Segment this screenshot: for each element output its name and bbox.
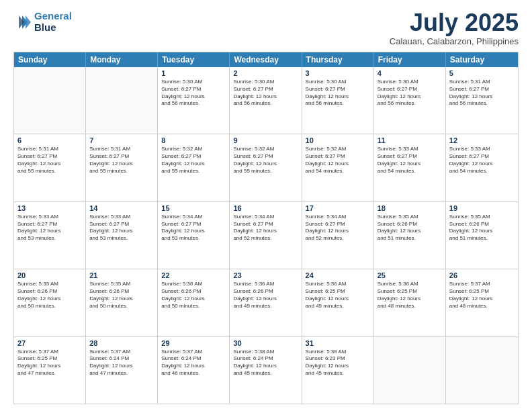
day-number-18: 18 [378, 204, 442, 212]
week-row-3: 13Sunrise: 5:33 AM Sunset: 6:27 PM Dayli… [14, 201, 518, 269]
header: General Blue July 2025 Calauan, Calabarz… [13, 11, 519, 46]
day-number-22: 22 [161, 271, 226, 279]
day-info-29: Sunrise: 5:37 AM Sunset: 6:24 PM Dayligh… [161, 349, 226, 377]
day-number-19: 19 [449, 204, 515, 212]
empty-cell-w0-d0 [14, 67, 86, 134]
day-info-2: Sunrise: 5:30 AM Sunset: 6:27 PM Dayligh… [233, 79, 298, 107]
day-info-25: Sunrise: 5:36 AM Sunset: 6:25 PM Dayligh… [378, 281, 442, 310]
day-13: 13Sunrise: 5:33 AM Sunset: 6:27 PM Dayli… [14, 202, 86, 269]
day-7: 7Sunrise: 5:31 AM Sunset: 6:27 PM Daylig… [86, 134, 158, 201]
week-row-2: 6Sunrise: 5:31 AM Sunset: 6:27 PM Daylig… [14, 134, 518, 201]
day-11: 11Sunrise: 5:33 AM Sunset: 6:27 PM Dayli… [374, 134, 446, 201]
day-15: 15Sunrise: 5:34 AM Sunset: 6:27 PM Dayli… [158, 202, 230, 269]
day-number-15: 15 [161, 204, 226, 212]
day-number-2: 2 [233, 69, 298, 77]
day-info-22: Sunrise: 5:36 AM Sunset: 6:26 PM Dayligh… [161, 281, 226, 310]
day-22: 22Sunrise: 5:36 AM Sunset: 6:26 PM Dayli… [158, 269, 230, 336]
day-17: 17Sunrise: 5:34 AM Sunset: 6:27 PM Dayli… [302, 202, 374, 269]
week-row-1: 1Sunrise: 5:30 AM Sunset: 6:27 PM Daylig… [14, 67, 518, 134]
day-number-1: 1 [161, 69, 226, 77]
day-number-28: 28 [89, 339, 154, 347]
day-number-23: 23 [233, 271, 298, 279]
day-3: 3Sunrise: 5:30 AM Sunset: 6:27 PM Daylig… [302, 67, 374, 134]
month-title: July 2025 [390, 11, 519, 35]
day-info-7: Sunrise: 5:31 AM Sunset: 6:27 PM Dayligh… [89, 146, 154, 175]
day-14: 14Sunrise: 5:33 AM Sunset: 6:27 PM Dayli… [86, 202, 158, 269]
logo-text: General Blue [34, 11, 72, 33]
day-info-18: Sunrise: 5:35 AM Sunset: 6:26 PM Dayligh… [378, 214, 442, 242]
day-info-14: Sunrise: 5:33 AM Sunset: 6:27 PM Dayligh… [89, 214, 154, 242]
day-9: 9Sunrise: 5:32 AM Sunset: 6:27 PM Daylig… [230, 134, 302, 201]
day-number-13: 13 [17, 204, 82, 212]
calendar-body: 1Sunrise: 5:30 AM Sunset: 6:27 PM Daylig… [14, 67, 518, 404]
day-info-20: Sunrise: 5:35 AM Sunset: 6:26 PM Dayligh… [17, 281, 82, 310]
dow-saturday: Saturday [446, 52, 518, 67]
day-1: 1Sunrise: 5:30 AM Sunset: 6:27 PM Daylig… [158, 67, 230, 134]
day-info-28: Sunrise: 5:37 AM Sunset: 6:24 PM Dayligh… [89, 349, 154, 377]
day-number-20: 20 [17, 271, 82, 279]
day-info-30: Sunrise: 5:38 AM Sunset: 6:24 PM Dayligh… [233, 349, 298, 377]
day-number-16: 16 [233, 204, 298, 212]
day-21: 21Sunrise: 5:35 AM Sunset: 6:26 PM Dayli… [86, 269, 158, 336]
day-number-24: 24 [306, 271, 370, 279]
day-info-3: Sunrise: 5:30 AM Sunset: 6:27 PM Dayligh… [306, 79, 370, 107]
dow-friday: Friday [374, 52, 446, 67]
day-28: 28Sunrise: 5:37 AM Sunset: 6:24 PM Dayli… [86, 337, 158, 404]
day-25: 25Sunrise: 5:36 AM Sunset: 6:25 PM Dayli… [374, 269, 446, 336]
day-info-21: Sunrise: 5:35 AM Sunset: 6:26 PM Dayligh… [89, 281, 154, 310]
day-number-5: 5 [449, 69, 515, 77]
day-number-8: 8 [161, 136, 226, 144]
day-16: 16Sunrise: 5:34 AM Sunset: 6:27 PM Dayli… [230, 202, 302, 269]
day-number-31: 31 [306, 339, 370, 347]
day-number-26: 26 [449, 271, 515, 279]
day-27: 27Sunrise: 5:37 AM Sunset: 6:25 PM Dayli… [14, 337, 86, 404]
day-2: 2Sunrise: 5:30 AM Sunset: 6:27 PM Daylig… [230, 67, 302, 134]
empty-cell-w4-d5 [374, 337, 446, 404]
page: General Blue July 2025 Calauan, Calabarz… [0, 0, 532, 411]
day-info-26: Sunrise: 5:37 AM Sunset: 6:25 PM Dayligh… [449, 281, 515, 310]
empty-cell-w4-d6 [446, 337, 518, 404]
day-info-12: Sunrise: 5:33 AM Sunset: 6:27 PM Dayligh… [449, 146, 515, 175]
day-31: 31Sunrise: 5:38 AM Sunset: 6:23 PM Dayli… [302, 337, 374, 404]
day-number-6: 6 [17, 136, 82, 144]
dow-tuesday: Tuesday [158, 52, 230, 67]
week-row-5: 27Sunrise: 5:37 AM Sunset: 6:25 PM Dayli… [14, 336, 518, 404]
location-subtitle: Calauan, Calabarzon, Philippines [390, 36, 519, 46]
day-info-9: Sunrise: 5:32 AM Sunset: 6:27 PM Dayligh… [233, 146, 298, 175]
day-number-4: 4 [378, 69, 442, 77]
day-info-19: Sunrise: 5:35 AM Sunset: 6:26 PM Dayligh… [449, 214, 515, 242]
day-number-17: 17 [306, 204, 370, 212]
day-number-10: 10 [306, 136, 370, 144]
day-info-8: Sunrise: 5:32 AM Sunset: 6:27 PM Dayligh… [161, 146, 226, 175]
day-5: 5Sunrise: 5:31 AM Sunset: 6:27 PM Daylig… [446, 67, 518, 134]
day-number-12: 12 [449, 136, 515, 144]
day-number-11: 11 [378, 136, 442, 144]
day-info-15: Sunrise: 5:34 AM Sunset: 6:27 PM Dayligh… [161, 214, 226, 242]
day-18: 18Sunrise: 5:35 AM Sunset: 6:26 PM Dayli… [374, 202, 446, 269]
day-info-10: Sunrise: 5:32 AM Sunset: 6:27 PM Dayligh… [306, 146, 370, 175]
day-number-30: 30 [233, 339, 298, 347]
day-23: 23Sunrise: 5:36 AM Sunset: 6:26 PM Dayli… [230, 269, 302, 336]
day-number-25: 25 [378, 271, 442, 279]
day-info-6: Sunrise: 5:31 AM Sunset: 6:27 PM Dayligh… [17, 146, 82, 175]
day-number-29: 29 [161, 339, 226, 347]
dow-sunday: Sunday [14, 52, 86, 67]
day-info-4: Sunrise: 5:30 AM Sunset: 6:27 PM Dayligh… [378, 79, 442, 107]
logo-icon [13, 13, 32, 32]
day-26: 26Sunrise: 5:37 AM Sunset: 6:25 PM Dayli… [446, 269, 518, 336]
logo: General Blue [13, 11, 72, 33]
day-20: 20Sunrise: 5:35 AM Sunset: 6:26 PM Dayli… [14, 269, 86, 336]
day-29: 29Sunrise: 5:37 AM Sunset: 6:24 PM Dayli… [158, 337, 230, 404]
calendar: Sunday Monday Tuesday Wednesday Thursday… [13, 52, 519, 404]
day-30: 30Sunrise: 5:38 AM Sunset: 6:24 PM Dayli… [230, 337, 302, 404]
day-number-3: 3 [306, 69, 370, 77]
day-number-7: 7 [89, 136, 154, 144]
day-number-14: 14 [89, 204, 154, 212]
day-info-5: Sunrise: 5:31 AM Sunset: 6:27 PM Dayligh… [449, 79, 515, 107]
day-4: 4Sunrise: 5:30 AM Sunset: 6:27 PM Daylig… [374, 67, 446, 134]
day-info-31: Sunrise: 5:38 AM Sunset: 6:23 PM Dayligh… [306, 349, 370, 377]
day-info-17: Sunrise: 5:34 AM Sunset: 6:27 PM Dayligh… [306, 214, 370, 242]
day-info-24: Sunrise: 5:36 AM Sunset: 6:25 PM Dayligh… [306, 281, 370, 310]
day-info-11: Sunrise: 5:33 AM Sunset: 6:27 PM Dayligh… [378, 146, 442, 175]
week-row-4: 20Sunrise: 5:35 AM Sunset: 6:26 PM Dayli… [14, 269, 518, 336]
